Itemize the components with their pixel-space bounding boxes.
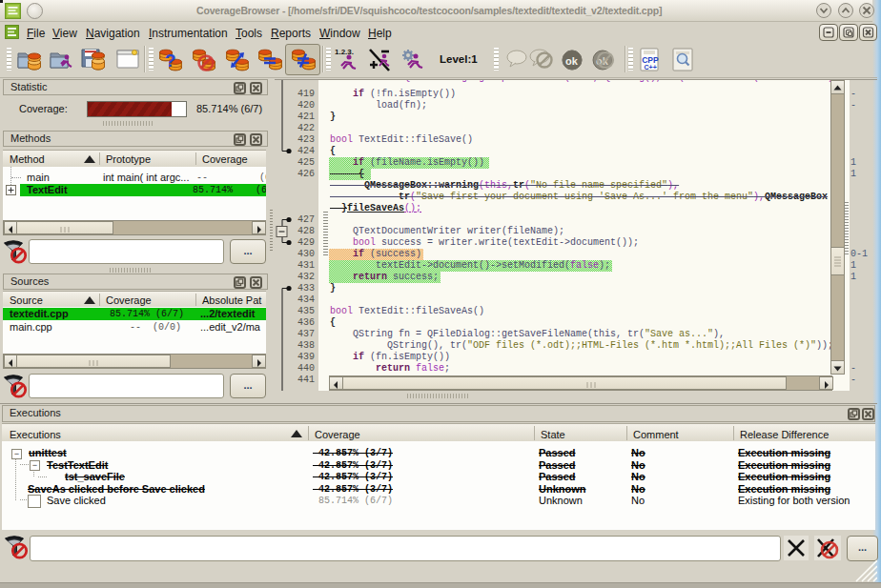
svg-text:ok: ok: [565, 55, 579, 67]
svg-text:C++: C++: [645, 64, 657, 71]
svg-text:?: ?: [165, 51, 176, 71]
